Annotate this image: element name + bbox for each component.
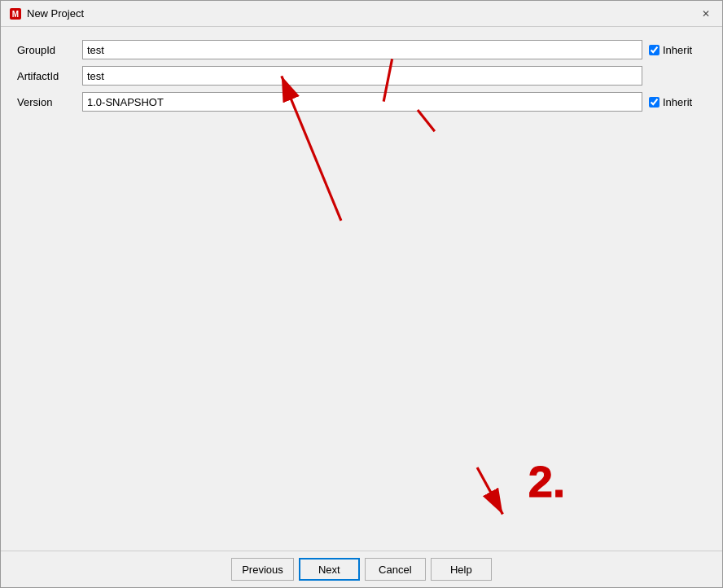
version-inherit-label: Inherit <box>649 96 706 108</box>
next-button[interactable]: Next <box>299 558 360 581</box>
group-id-input[interactable] <box>82 40 642 59</box>
dialog-content: GroupId Inherit ArtifactId Version Inher… <box>1 27 722 551</box>
group-id-label: GroupId <box>17 44 82 56</box>
version-row: Version Inherit <box>17 92 706 112</box>
title-bar-left: M New Project <box>9 7 84 20</box>
group-id-row: GroupId Inherit <box>17 40 706 59</box>
title-bar: M New Project ✕ <box>1 1 722 27</box>
artifact-id-input[interactable] <box>82 66 642 86</box>
group-id-inherit-checkbox[interactable] <box>649 45 659 55</box>
group-id-inherit-label: Inherit <box>649 44 706 56</box>
version-inherit-checkbox[interactable] <box>649 97 659 108</box>
cancel-button[interactable]: Cancel <box>365 558 426 581</box>
version-label: Version <box>17 96 82 108</box>
previous-button[interactable]: Previous <box>231 558 294 581</box>
artifact-id-row: ArtifactId <box>17 66 706 86</box>
svg-text:M: M <box>12 10 19 19</box>
new-project-dialog: M New Project ✕ GroupId Inherit Artifact… <box>0 0 723 588</box>
artifact-id-label: ArtifactId <box>17 70 82 82</box>
content-spacer <box>17 118 706 538</box>
app-icon: M <box>9 7 22 20</box>
version-input[interactable] <box>82 92 642 112</box>
dialog-title: New Project <box>27 7 84 20</box>
close-button[interactable]: ✕ <box>698 6 714 22</box>
help-button[interactable]: Help <box>431 558 492 581</box>
dialog-footer: Previous Next Cancel Help <box>1 551 722 587</box>
